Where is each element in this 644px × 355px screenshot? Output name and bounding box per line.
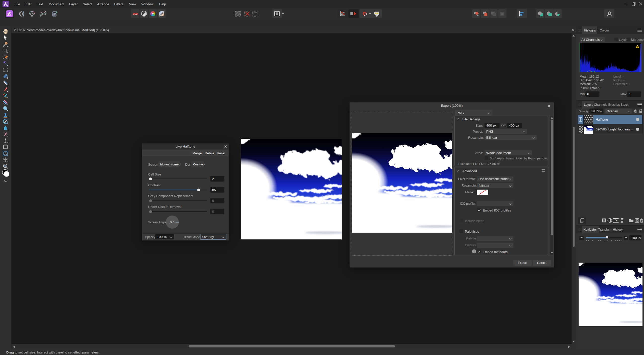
svg-text:A: A <box>5 152 7 156</box>
svg-text:B: B <box>7 5 8 7</box>
